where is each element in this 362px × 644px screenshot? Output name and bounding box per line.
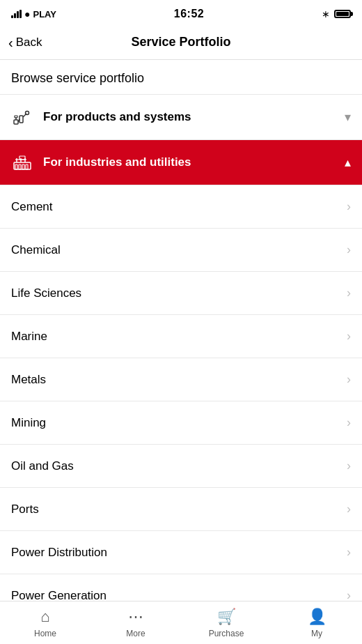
list-item-power-distribution[interactable]: Power Distribution › (0, 531, 362, 574)
navigation-bar: ‹ Back Service Portfolio (0, 25, 362, 60)
list-item-metals[interactable]: Metals › (0, 358, 362, 401)
back-arrow-icon: ‹ (8, 36, 13, 49)
clock: 16:52 (174, 8, 204, 20)
chevron-right-icon: › (347, 545, 351, 560)
factory-icon (11, 151, 33, 174)
back-button[interactable]: ‹ Back (8, 36, 42, 49)
bluetooth-icon: ∗ (322, 8, 330, 20)
list-item-ports[interactable]: Ports › (0, 488, 362, 531)
svg-rect-6 (15, 116, 17, 118)
chevron-right-icon: › (347, 415, 351, 430)
list-item-mining[interactable]: Mining › (0, 401, 362, 445)
svg-rect-8 (15, 164, 17, 169)
list-item-life-sciences[interactable]: Life Sciences › (0, 272, 362, 315)
svg-rect-11 (26, 164, 28, 169)
signal-icon (11, 10, 22, 18)
svg-rect-1 (19, 116, 23, 123)
cart-icon: 🛒 (217, 608, 236, 626)
category-industries[interactable]: For industries and utilities ▴ (0, 140, 362, 185)
status-left: ● PLAY (11, 8, 56, 20)
list-item-cement[interactable]: Cement › (0, 185, 362, 229)
list-item-oil-gas[interactable]: Oil and Gas › (0, 445, 362, 488)
tab-my[interactable]: 👤 My (272, 601, 362, 644)
carrier-label: PLAY (33, 9, 56, 20)
chevron-right-icon: › (347, 372, 351, 387)
browse-header: Browse service portfolio (0, 60, 362, 95)
page-title: Service Portfolio (131, 35, 230, 49)
home-icon: ⌂ (40, 608, 49, 626)
category-industries-label: For industries and utilities (43, 155, 191, 169)
status-right: ∗ (322, 8, 351, 20)
chevron-right-icon: › (347, 243, 351, 257)
status-bar: ● PLAY 16:52 ∗ (0, 0, 362, 25)
category-products-label: For products and systems (43, 110, 191, 124)
chevron-right-icon: › (347, 329, 351, 344)
battery-icon (334, 10, 351, 18)
svg-rect-10 (22, 164, 24, 169)
browse-header-text: Browse service portfolio (11, 71, 144, 85)
chevron-right-icon: › (347, 502, 351, 516)
list-item-chemical[interactable]: Chemical › (0, 229, 362, 272)
tab-more[interactable]: ⋯ More (90, 601, 181, 644)
back-label: Back (16, 36, 42, 49)
wifi-icon: ● (24, 8, 30, 20)
svg-point-4 (26, 112, 29, 115)
person-icon: 👤 (308, 608, 326, 626)
chevron-up-icon: ▴ (345, 155, 351, 170)
chevron-right-icon: › (347, 459, 351, 473)
chevron-down-icon: ▾ (345, 109, 351, 125)
tab-purchase[interactable]: 🛒 Purchase (181, 601, 272, 644)
chevron-right-icon: › (347, 199, 351, 214)
tab-bar: ⌂ Home ⋯ More 🛒 Purchase 👤 My (0, 601, 362, 644)
category-products[interactable]: For products and systems ▾ (0, 95, 362, 140)
more-icon: ⋯ (128, 608, 143, 626)
tab-home[interactable]: ⌂ Home (0, 601, 90, 644)
list-item-marine[interactable]: Marine › (0, 315, 362, 358)
chevron-right-icon: › (347, 286, 351, 300)
svg-rect-16 (19, 156, 25, 160)
robot-arm-icon (11, 106, 33, 128)
main-content: For products and systems ▾ F (0, 95, 362, 636)
svg-rect-0 (14, 120, 18, 124)
svg-rect-9 (19, 164, 21, 169)
